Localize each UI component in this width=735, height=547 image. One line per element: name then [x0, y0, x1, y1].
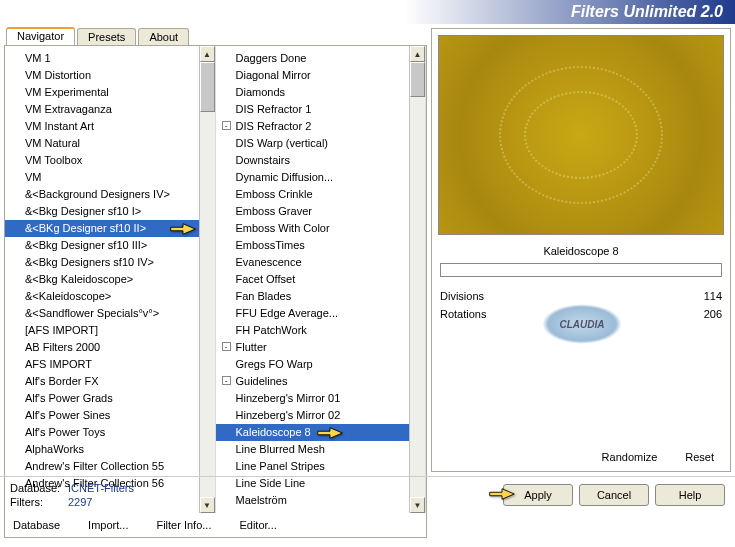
help-button[interactable]: Help: [655, 484, 725, 506]
footer-bar: Database:ICNET-Filters Filters:2297 Appl…: [0, 476, 735, 515]
slider-row[interactable]: Divisions114: [438, 287, 724, 305]
filter-item[interactable]: DIS Warp (vertical): [216, 135, 410, 152]
filter-item[interactable]: Downstairs: [216, 152, 410, 169]
filter-item[interactable]: Facet Offset: [216, 271, 410, 288]
database-name: ICNET-Filters: [68, 482, 134, 494]
filter-item[interactable]: Fan Blades: [216, 288, 410, 305]
filter-item[interactable]: EmbossTimes: [216, 237, 410, 254]
tab-about[interactable]: About: [138, 28, 189, 45]
category-item[interactable]: &<Bkg Kaleidoscope>: [5, 271, 199, 288]
category-item[interactable]: &<Bkg Designer sf10 III>: [5, 237, 199, 254]
filter-scrollbar[interactable]: ▲ ▼: [409, 46, 425, 513]
category-item[interactable]: VM Experimental: [5, 84, 199, 101]
filter-item[interactable]: Evanescence: [216, 254, 410, 271]
scroll-thumb[interactable]: [200, 62, 215, 112]
filter-info-button[interactable]: Filter Info...: [156, 519, 211, 531]
expand-icon[interactable]: -: [222, 342, 231, 351]
editor-button[interactable]: Editor...: [239, 519, 276, 531]
category-list[interactable]: VM 1VM DistortionVM ExperimentalVM Extra…: [5, 46, 199, 513]
category-item[interactable]: VM Extravaganza: [5, 101, 199, 118]
category-item[interactable]: VM 1: [5, 50, 199, 67]
filter-count: 2297: [68, 496, 92, 508]
filter-item[interactable]: Diamonds: [216, 84, 410, 101]
filter-item[interactable]: Line Blurred Mesh: [216, 441, 410, 458]
filter-item[interactable]: -Guidelines: [216, 373, 410, 390]
category-item[interactable]: AB Filters 2000: [5, 339, 199, 356]
category-item[interactable]: VM Natural: [5, 135, 199, 152]
category-item[interactable]: [AFS IMPORT]: [5, 322, 199, 339]
filter-item[interactable]: Line Panel Stripes: [216, 458, 410, 475]
category-item[interactable]: &<BKg Designer sf10 II>: [5, 220, 199, 237]
category-item[interactable]: VM Distortion: [5, 67, 199, 84]
database-button[interactable]: Database: [13, 519, 60, 531]
filter-item[interactable]: FH PatchWork: [216, 322, 410, 339]
category-item[interactable]: &<Background Designers IV>: [5, 186, 199, 203]
filter-item[interactable]: Emboss With Color: [216, 220, 410, 237]
category-item[interactable]: Alf's Power Toys: [5, 424, 199, 441]
scroll-up-icon[interactable]: ▲: [410, 46, 425, 62]
category-item[interactable]: &<Kaleidoscope>: [5, 288, 199, 305]
filter-item[interactable]: Hinzeberg's Mirror 01: [216, 390, 410, 407]
progress-bar: [440, 263, 722, 277]
category-item[interactable]: VM Instant Art: [5, 118, 199, 135]
tab-presets[interactable]: Presets: [77, 28, 136, 45]
category-item[interactable]: AFS IMPORT: [5, 356, 199, 373]
slider-value: 114: [692, 290, 722, 302]
cancel-button[interactable]: Cancel: [579, 484, 649, 506]
slider-label: Divisions: [440, 290, 692, 302]
filter-item[interactable]: -DIS Refractor 2: [216, 118, 410, 135]
expand-icon[interactable]: -: [222, 376, 231, 385]
preview-panel: Kaleidoscope 8 Divisions114Rotations206 …: [431, 28, 731, 472]
filter-item[interactable]: Hinzeberg's Mirror 02: [216, 407, 410, 424]
tab-bar: Navigator Presets About: [6, 28, 427, 45]
category-item[interactable]: AlphaWorks: [5, 441, 199, 458]
app-title: Filters Unlimited 2.0: [571, 3, 723, 21]
filter-item[interactable]: Diagonal Mirror: [216, 67, 410, 84]
tab-navigator[interactable]: Navigator: [6, 27, 75, 45]
category-item[interactable]: Alf's Border FX: [5, 373, 199, 390]
filter-item[interactable]: Emboss Crinkle: [216, 186, 410, 203]
slider-value: 206: [692, 308, 722, 320]
category-item[interactable]: Andrew's Filter Collection 55: [5, 458, 199, 475]
scroll-thumb[interactable]: [410, 62, 425, 97]
reset-button[interactable]: Reset: [685, 451, 714, 463]
category-item[interactable]: &<Bkg Designer sf10 I>: [5, 203, 199, 220]
navigator-panel: VM 1VM DistortionVM ExperimentalVM Extra…: [4, 45, 427, 538]
filter-item[interactable]: Gregs FO Warp: [216, 356, 410, 373]
database-info: Database:ICNET-Filters Filters:2297: [10, 481, 503, 509]
category-item[interactable]: VM Toolbox: [5, 152, 199, 169]
randomize-button[interactable]: Randomize: [602, 451, 658, 463]
watermark-logo: CLAUDIA: [542, 304, 622, 344]
scroll-up-icon[interactable]: ▲: [200, 46, 215, 62]
category-item[interactable]: VM: [5, 169, 199, 186]
filter-item[interactable]: Dynamic Diffusion...: [216, 169, 410, 186]
category-item[interactable]: &<Sandflower Specials°v°>: [5, 305, 199, 322]
filter-item[interactable]: Emboss Graver: [216, 203, 410, 220]
filter-item[interactable]: Daggers Done: [216, 50, 410, 67]
filter-item[interactable]: -Flutter: [216, 339, 410, 356]
category-item[interactable]: Alf's Power Sines: [5, 407, 199, 424]
apply-button[interactable]: Apply: [503, 484, 573, 506]
filter-item[interactable]: FFU Edge Average...: [216, 305, 410, 322]
preview-image: [438, 35, 724, 235]
filter-item[interactable]: Kaleidoscope 8: [216, 424, 410, 441]
title-bar: Filters Unlimited 2.0: [0, 0, 735, 24]
filter-item[interactable]: DIS Refractor 1: [216, 101, 410, 118]
preview-filter-name: Kaleidoscope 8: [438, 239, 724, 259]
expand-icon[interactable]: -: [222, 121, 231, 130]
import-button[interactable]: Import...: [88, 519, 128, 531]
category-item[interactable]: &<Bkg Designers sf10 IV>: [5, 254, 199, 271]
category-item[interactable]: Alf's Power Grads: [5, 390, 199, 407]
category-scrollbar[interactable]: ▲ ▼: [199, 46, 215, 513]
filter-list[interactable]: Daggers DoneDiagonal MirrorDiamondsDIS R…: [216, 46, 410, 513]
